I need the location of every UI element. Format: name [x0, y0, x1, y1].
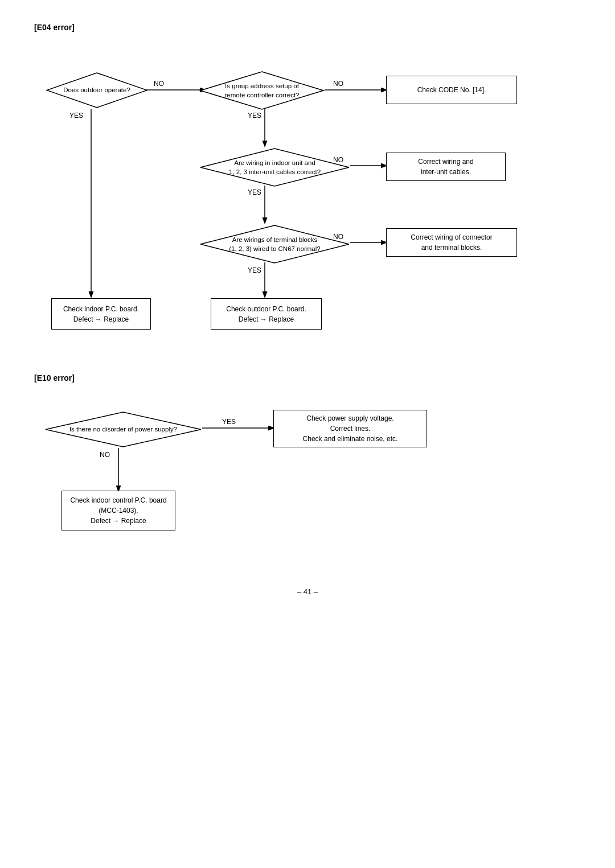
- section-e04-title: [E04 error]: [34, 23, 581, 32]
- e10-rect1: Check power supply voltage. Correct line…: [273, 410, 427, 447]
- e04-diamond4: Are wirings of terminal blocks (1, 2, 3)…: [199, 224, 350, 264]
- e10-diamond1: Is there no disorder of power supply?: [44, 411, 202, 448]
- e10-no1-label: NO: [100, 451, 110, 459]
- page-number: – 41 –: [34, 587, 581, 596]
- e04-diamond2: Is group address setup of remote control…: [199, 71, 325, 110]
- e10-yes1-label: YES: [222, 418, 236, 426]
- e04-rect5: Check outdoor P.C. board. Defect → Repla…: [211, 298, 322, 330]
- e04-rect2: Correct wiring and inter-unit cables.: [386, 153, 506, 181]
- e04-yes4-label: YES: [248, 266, 261, 274]
- e04-rect4: Check indoor P.C. board. Defect → Replac…: [51, 298, 151, 330]
- e04-rect3: Correct wiring of connector and terminal…: [386, 228, 517, 257]
- e04-yes2-label: YES: [248, 112, 261, 120]
- e10-rect2: Check indoor control P.C. board (MCC-140…: [62, 491, 175, 530]
- e04-diamond1: Does outdoor operate?: [46, 72, 148, 109]
- e04-no1-label: NO: [154, 80, 164, 88]
- e04-diamond3: Are wiring in indoor unit and 1, 2, 3 in…: [199, 147, 350, 187]
- e04-yes3-label: YES: [248, 188, 261, 196]
- e04-no2-label: NO: [333, 80, 343, 88]
- section-e10-title: [E10 error]: [34, 373, 581, 382]
- e04-rect1: Check CODE No. [14].: [386, 76, 517, 104]
- e04-yes1-label: YES: [69, 112, 83, 120]
